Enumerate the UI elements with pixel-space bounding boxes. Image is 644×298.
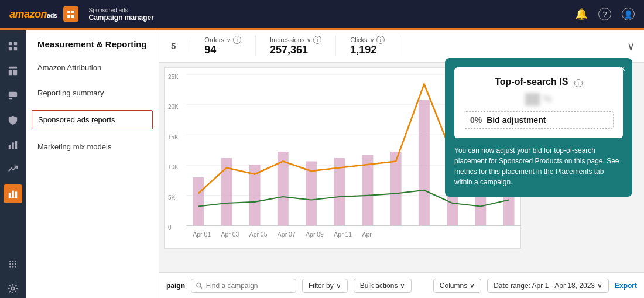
svg-rect-2 xyxy=(67,15,70,18)
svg-rect-11 xyxy=(9,92,17,97)
svg-point-56 xyxy=(197,283,201,287)
stat-orders-label: Orders ∨ i xyxy=(204,36,241,44)
svg-rect-17 xyxy=(12,191,14,198)
svg-rect-13 xyxy=(9,145,11,149)
svg-rect-15 xyxy=(15,141,18,149)
svg-rect-3 xyxy=(71,15,74,18)
search-input[interactable] xyxy=(206,282,291,290)
svg-rect-14 xyxy=(12,142,14,149)
expand-button[interactable]: ∨ xyxy=(627,40,635,53)
bid-pct: 0% xyxy=(470,115,482,125)
tooltip-info-icon[interactable]: i xyxy=(574,79,583,87)
rail-chart-icon[interactable] xyxy=(4,135,22,154)
navbar-right: 🔔 ? 👤 xyxy=(575,8,635,20)
clicks-chevron[interactable]: ∨ xyxy=(370,37,374,43)
sidebar-item-reporting-summary[interactable]: Reporting summary xyxy=(26,83,159,103)
clicks-info-icon[interactable]: i xyxy=(376,36,385,44)
svg-point-23 xyxy=(9,263,11,265)
svg-point-20 xyxy=(9,261,11,262)
svg-rect-10 xyxy=(13,70,17,75)
navbar: amazonads Sponsored ads Campaign manager… xyxy=(0,0,644,28)
rail-grid-icon[interactable] xyxy=(4,37,22,56)
rail-settings-icon[interactable] xyxy=(4,279,22,298)
date-range-button[interactable]: Date range: Apr 1 - Apr 18, 2023 ∨ xyxy=(487,279,609,293)
svg-point-27 xyxy=(12,266,14,268)
sidebar-item-sponsored-ads[interactable]: Sponsored ads reports xyxy=(32,110,153,129)
tooltip-close-button[interactable]: × xyxy=(620,64,625,74)
bell-icon[interactable]: 🔔 xyxy=(575,8,588,20)
filter-button[interactable]: Filter by ∨ xyxy=(302,279,348,293)
icon-rail xyxy=(0,30,26,298)
export-button[interactable]: Export xyxy=(615,282,637,290)
clicks-value: 1,192 xyxy=(350,44,384,56)
impressions-value: 257,361 xyxy=(270,44,321,56)
svg-rect-12 xyxy=(9,98,12,100)
layout: Measurement & Reporting Amazon Attributi… xyxy=(0,30,644,298)
rail-bar-chart-icon[interactable] xyxy=(4,184,22,203)
stat-orders: Orders ∨ i 94 xyxy=(190,36,256,56)
sidebar-section-title: Measurement & Reporting xyxy=(26,39,159,57)
svg-rect-6 xyxy=(9,47,12,50)
bid-row: 0% Bid adjustment xyxy=(464,111,614,129)
svg-text:Apr 03: Apr 03 xyxy=(221,231,239,238)
svg-rect-44 xyxy=(419,100,430,226)
y-label-20k: 20K xyxy=(168,104,179,110)
rail-trending-icon[interactable] xyxy=(4,160,22,179)
bid-label: Bid adjustment xyxy=(487,115,546,125)
rail-layout-icon[interactable] xyxy=(4,61,22,80)
svg-text:Apr: Apr xyxy=(362,231,372,238)
svg-text:Apr 01: Apr 01 xyxy=(193,231,211,238)
tooltip-card: Top-of-search IS i ██ % 0% Bid adjustmen… xyxy=(454,67,623,138)
tooltip-blurred-value: ██ % xyxy=(464,93,614,105)
orders-value: 94 xyxy=(204,44,241,56)
svg-text:Apr 05: Apr 05 xyxy=(249,231,268,238)
stat-clicks: Clicks ∨ i 1,192 xyxy=(336,36,399,56)
user-icon[interactable]: 👤 xyxy=(622,8,635,20)
svg-text:Apr 09: Apr 09 xyxy=(306,231,324,238)
svg-point-26 xyxy=(9,266,11,268)
nav-icon-box xyxy=(63,6,78,22)
stat-prefix: 5 xyxy=(169,41,190,51)
brand: amazonads Sponsored ads Campaign manager xyxy=(9,6,154,22)
svg-line-57 xyxy=(200,286,202,288)
svg-rect-8 xyxy=(9,67,17,69)
search-icon xyxy=(196,282,203,289)
svg-point-25 xyxy=(15,263,16,265)
rail-dots-icon[interactable] xyxy=(4,255,22,273)
svg-rect-16 xyxy=(9,193,11,198)
question-icon[interactable]: ? xyxy=(598,8,611,20)
svg-rect-18 xyxy=(15,191,18,198)
search-box[interactable] xyxy=(191,279,296,293)
impressions-info-icon[interactable]: i xyxy=(313,36,321,44)
svg-point-29 xyxy=(11,287,14,290)
campaign-label: Sponsored ads xyxy=(89,7,154,13)
stat-clicks-label: Clicks ∨ i xyxy=(350,36,384,44)
campaign-info: Sponsored ads Campaign manager xyxy=(89,7,154,22)
svg-text:Apr 07: Apr 07 xyxy=(278,231,296,238)
y-label-0: 0 xyxy=(168,224,179,231)
y-label-10k: 10K xyxy=(168,164,179,170)
impressions-chevron[interactable]: ∨ xyxy=(307,37,311,43)
svg-rect-7 xyxy=(14,47,17,50)
stat-impressions-label: Impressions ∨ i xyxy=(270,36,321,44)
logo: amazonads xyxy=(9,8,57,20)
sidebar-item-amazon-attribution[interactable]: Amazon Attribution xyxy=(26,57,159,78)
orders-chevron[interactable]: ∨ xyxy=(227,37,231,43)
bottom-toolbar: paign Filter by ∨ Bulk actions ∨ Columns… xyxy=(159,272,644,298)
stat-impressions: Impressions ∨ i 257,361 xyxy=(256,36,336,56)
orders-info-icon[interactable]: i xyxy=(233,36,241,44)
stat-prefix-value: 5 xyxy=(171,41,176,51)
tooltip-description: You can now adjust your bid for top-of-s… xyxy=(454,145,623,187)
columns-button[interactable]: Columns ∨ xyxy=(433,279,481,293)
svg-point-21 xyxy=(12,261,14,262)
svg-point-22 xyxy=(15,261,16,262)
svg-point-28 xyxy=(15,266,16,268)
tooltip-title: Top-of-search IS i xyxy=(464,77,614,87)
svg-rect-9 xyxy=(9,70,12,75)
rail-shield-icon[interactable] xyxy=(4,111,22,129)
sidebar-item-marketing-mix[interactable]: Marketing mix models xyxy=(26,136,159,157)
bulk-actions-button[interactable]: Bulk actions ∨ xyxy=(354,279,412,293)
toolbar-campaign-label: paign xyxy=(166,282,185,290)
rail-card-icon[interactable] xyxy=(4,86,22,105)
svg-rect-43 xyxy=(390,152,402,226)
